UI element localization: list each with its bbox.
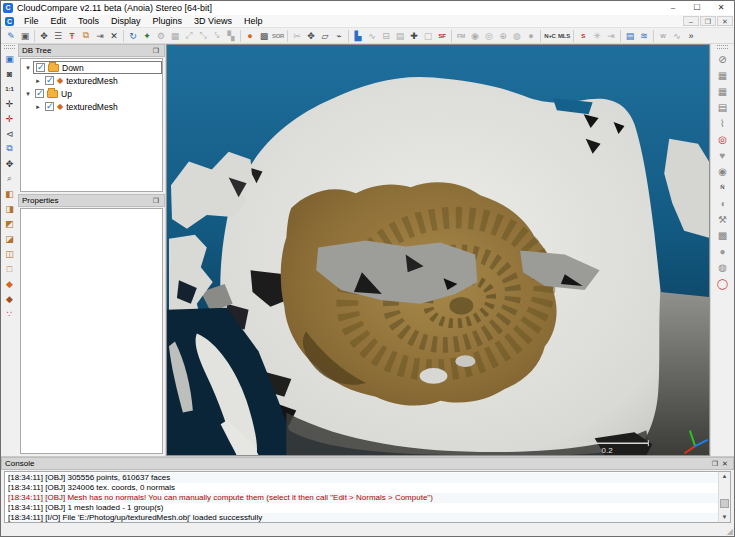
- delete-icon[interactable]: ✕: [107, 29, 121, 43]
- toolbar-overflow-chevron[interactable]: »: [684, 29, 698, 43]
- contour-icon[interactable]: ▤: [393, 29, 407, 43]
- pivot-center-icon[interactable]: ✛: [2, 111, 18, 126]
- minimize-button[interactable]: –: [662, 2, 684, 14]
- zoom-fit-icon[interactable]: ✛: [2, 96, 18, 111]
- qsra-icon[interactable]: S: [576, 29, 590, 43]
- menu-item[interactable]: Tools: [72, 15, 105, 28]
- apply-transformation-icon[interactable]: Ŧ: [65, 29, 79, 43]
- scatter-plot-2-icon[interactable]: ⤡: [196, 29, 210, 43]
- mls-smoothing-icon[interactable]: MLS: [557, 29, 571, 43]
- menu-item[interactable]: 3D Views: [188, 15, 238, 28]
- resize-grip[interactable]: ◢: [727, 528, 733, 536]
- render-to-file-icon[interactable]: ▦: [168, 29, 182, 43]
- tree-node-textured-mesh[interactable]: ▸ ◆ texturedMesh: [23, 100, 162, 113]
- collapse-arrow-icon[interactable]: ▸: [33, 77, 43, 85]
- scatter-plot-3-icon[interactable]: ⤥: [210, 29, 224, 43]
- animation-plugin-icon[interactable]: ▤: [713, 99, 733, 115]
- zoom-global-icon[interactable]: ✥: [37, 29, 51, 43]
- refresh-icon[interactable]: ↻: [126, 29, 140, 43]
- curvature-icon[interactable]: ∿: [365, 29, 379, 43]
- waveform-icon[interactable]: W: [656, 29, 670, 43]
- db-tree-float-button[interactable]: ❐: [151, 47, 161, 55]
- clone-icon[interactable]: ⧉: [79, 29, 93, 43]
- menu-item[interactable]: Help: [238, 15, 269, 28]
- image-2-plugin-icon[interactable]: ▦: [713, 83, 733, 99]
- subsample-icon[interactable]: ▩: [257, 29, 271, 43]
- image-plugin-icon[interactable]: ▦: [713, 67, 733, 83]
- scatter-plot-icon[interactable]: ⤢: [182, 29, 196, 43]
- badge-plugin-icon[interactable]: ◉: [713, 163, 733, 179]
- mdi-restore-button[interactable]: ❐: [700, 16, 716, 26]
- main-properties-icon[interactable]: ☰: [51, 29, 65, 43]
- tree-node-textured-mesh[interactable]: ▸ ◆ texturedMesh: [23, 74, 162, 87]
- tree-node-down[interactable]: ▾ Down: [23, 61, 162, 74]
- open-icon[interactable]: ✎: [4, 29, 18, 43]
- view-left-icon[interactable]: ◩: [2, 216, 18, 231]
- collapse-arrow-icon[interactable]: ▸: [33, 103, 43, 111]
- view-front-icon[interactable]: ◧: [2, 186, 18, 201]
- camera-sensor-icon[interactable]: ◎: [482, 29, 496, 43]
- mdi-minimize-button[interactable]: –: [683, 16, 699, 26]
- pan-icon[interactable]: ✥: [2, 156, 18, 171]
- console-scrollbar[interactable]: ▲ ▼: [718, 472, 730, 522]
- hough-plugin-icon[interactable]: ◍: [713, 259, 733, 275]
- console-float-button[interactable]: ❐: [710, 460, 720, 468]
- sphere-plugin-icon[interactable]: ●: [713, 243, 733, 259]
- view-bottom-icon[interactable]: □: [2, 261, 18, 276]
- scroll-up-icon[interactable]: ▲: [722, 472, 728, 481]
- trace-polyline-icon[interactable]: ⌁: [332, 29, 346, 43]
- histogram-icon[interactable]: ▙: [351, 29, 365, 43]
- maximize-button[interactable]: ☐: [686, 2, 708, 14]
- save-icon[interactable]: ▣: [18, 29, 32, 43]
- no-entry-plugin-icon[interactable]: ⊘: [713, 51, 733, 67]
- menu-item[interactable]: File: [18, 15, 45, 28]
- view-iso2-icon[interactable]: ◆: [2, 291, 18, 306]
- checkbox[interactable]: [36, 63, 45, 72]
- toolbar-grip[interactable]: [4, 45, 15, 49]
- checkbox[interactable]: [35, 89, 44, 98]
- db-tree-header[interactable]: DB Tree ❐: [18, 44, 165, 57]
- fm-plugin-icon[interactable]: FM: [454, 29, 468, 43]
- ellipse-plugin-icon[interactable]: ◯: [713, 275, 733, 291]
- 3d-viewport[interactable]: 0.2: [166, 44, 710, 456]
- scroll-thumb[interactable]: [720, 499, 729, 509]
- camera-settings-icon[interactable]: ◙: [2, 66, 18, 81]
- star-plugin-icon[interactable]: ✳: [590, 29, 604, 43]
- view-right-icon[interactable]: ◪: [2, 231, 18, 246]
- checkbox[interactable]: [45, 102, 54, 111]
- cloud-layers-icon[interactable]: ≋: [637, 29, 651, 43]
- properties-float-button[interactable]: ❐: [151, 197, 161, 205]
- export-plugin-icon[interactable]: ⇥: [604, 29, 618, 43]
- properties-header[interactable]: Properties ❐: [18, 194, 165, 207]
- photo-plugin-icon[interactable]: ▩: [713, 227, 733, 243]
- mdi-close-button[interactable]: ✕: [717, 16, 733, 26]
- expand-arrow-icon[interactable]: ▾: [23, 64, 33, 72]
- sor-filter-icon[interactable]: SOR: [271, 29, 285, 43]
- merge-icon[interactable]: ⇥: [93, 29, 107, 43]
- bounding-box-icon[interactable]: ▢: [421, 29, 435, 43]
- view-top-icon[interactable]: ◫: [2, 246, 18, 261]
- display-options-icon[interactable]: ▣: [2, 51, 18, 66]
- waveform-2-icon[interactable]: ∿: [670, 29, 684, 43]
- normals-plugin-icon[interactable]: Ṅ: [713, 179, 733, 195]
- toolbar-grip[interactable]: [717, 45, 728, 49]
- view-iso1-icon[interactable]: ◆: [2, 276, 18, 291]
- heart-plugin-icon[interactable]: ♥: [713, 147, 733, 163]
- menu-item[interactable]: Edit: [45, 15, 73, 28]
- set-view-icon[interactable]: ⊲: [2, 126, 18, 141]
- sphere-icon[interactable]: ●: [524, 29, 538, 43]
- checkbox[interactable]: [45, 76, 54, 85]
- viewpoint-icon[interactable]: ⊕: [496, 29, 510, 43]
- camera-params-icon[interactable]: ▚: [224, 29, 238, 43]
- tree-node-up[interactable]: ▾ Up: [23, 87, 162, 100]
- console-close-button[interactable]: ✕: [720, 460, 730, 468]
- point-list-picking-icon[interactable]: ⚙: [154, 29, 168, 43]
- point-picking-icon[interactable]: ✦: [140, 29, 154, 43]
- globe-icon[interactable]: ◍: [510, 29, 524, 43]
- menu-item[interactable]: Display: [105, 15, 147, 28]
- fit-plane-icon[interactable]: ▱: [318, 29, 332, 43]
- compute-octree-icon[interactable]: ●: [243, 29, 257, 43]
- sensor-icon[interactable]: ◉: [468, 29, 482, 43]
- brush-plugin-icon[interactable]: ⌇: [713, 115, 733, 131]
- bubble-plugin-icon[interactable]: ◖: [713, 195, 733, 211]
